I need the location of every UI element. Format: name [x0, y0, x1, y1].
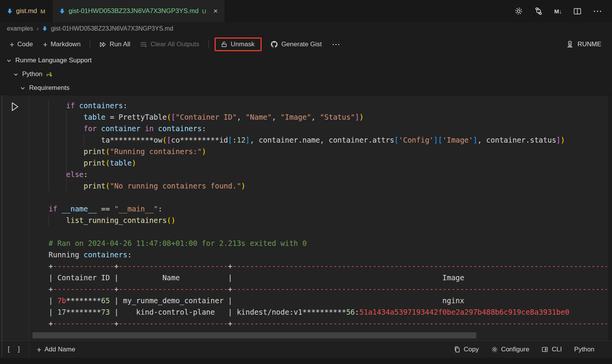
- compare-changes-icon[interactable]: [534, 7, 543, 15]
- configure-label: Configure: [501, 346, 529, 353]
- copy-label: Copy: [464, 346, 479, 353]
- code-line[interactable]: | 17********73 | kind-control-plane | ki…: [49, 306, 612, 318]
- unmask-annotation-box: Unmask: [215, 37, 262, 51]
- clear-all-outputs-icon: [140, 41, 147, 48]
- code-line[interactable]: | 7b********65 | my_runme_demo_container…: [49, 295, 612, 306]
- code-line[interactable]: [49, 192, 612, 203]
- code-line[interactable]: if __name__ == "__main__":: [49, 203, 612, 214]
- run-all-button[interactable]: Run All: [96, 39, 134, 50]
- chevron-down-icon: [13, 72, 19, 77]
- code-line[interactable]: print(table): [49, 157, 612, 169]
- outline-item-runme-language-support[interactable]: Runme Language Support: [0, 54, 612, 67]
- copy-button[interactable]: Copy: [454, 346, 479, 353]
- unmask-button[interactable]: Unmask: [219, 40, 256, 49]
- cell-gutter: [0, 95, 29, 341]
- code-lines: if containers: table = PrettyTable(["Con…: [49, 100, 612, 329]
- cli-terminal-icon: [542, 346, 549, 353]
- language-label: Python: [574, 346, 594, 353]
- tab-label: gist.md: [16, 7, 37, 15]
- more-actions-icon[interactable]: ⋯: [593, 6, 602, 16]
- configure-button[interactable]: Configure: [491, 346, 529, 353]
- code-line[interactable]: else:: [49, 169, 612, 180]
- code-editor[interactable]: if containers: table = PrettyTable(["Con…: [29, 95, 612, 341]
- code-line[interactable]: +--------------+------------------------…: [49, 283, 612, 295]
- runme-label: RUNME: [578, 41, 601, 48]
- add-name-button[interactable]: + Add Name: [37, 346, 75, 354]
- cli-label: CLI: [552, 346, 562, 353]
- language-indicator[interactable]: Python: [574, 346, 594, 353]
- code-line[interactable]: for container in containers:: [49, 123, 612, 134]
- cell-brackets-indicator[interactable]: [ ]: [0, 341, 29, 358]
- code-line[interactable]: # Ran on 2024-04-26 11:47:08+01:00 for 2…: [49, 237, 612, 249]
- outline-label: Python: [22, 70, 42, 78]
- tab-label: gist-01HWD053BZ23JN6VA7X3NGP3YS.md: [68, 7, 199, 15]
- plus-icon: +: [37, 346, 41, 354]
- code-line[interactable]: +--------------+------------------------…: [49, 318, 612, 329]
- tab-gist-01hwd[interactable]: gist-01HWD053BZ23JN6VA7X3NGP3YS.md U ×: [52, 0, 225, 22]
- run-all-label: Run All: [110, 41, 130, 48]
- markdown-file-icon: [7, 8, 13, 14]
- horizontal-scrollbar[interactable]: [33, 332, 476, 338]
- split-editor-icon[interactable]: [573, 8, 581, 15]
- notebook-cell: if containers: table = PrettyTable(["Con…: [0, 95, 612, 358]
- chevron-down-icon: [20, 85, 26, 91]
- outline-item-requirements[interactable]: Requirements: [0, 81, 612, 95]
- git-status-badge: M: [41, 8, 46, 15]
- plus-icon: +: [43, 41, 47, 49]
- settings-gear-icon[interactable]: [514, 7, 523, 15]
- tab-gist-md[interactable]: gist.md M: [0, 0, 52, 22]
- cell-body: if containers: table = PrettyTable(["Con…: [0, 95, 612, 341]
- code-line[interactable]: | Container ID | Name | Image: [49, 272, 612, 283]
- clear-all-outputs-label: Clear All Outputs: [150, 41, 199, 48]
- add-name-label: Add Name: [44, 346, 75, 353]
- add-markdown-cell-button[interactable]: + Markdown: [39, 39, 84, 50]
- document-outline: Runme Language Support Python Requiremen…: [0, 54, 612, 95]
- markdown-file-icon: [42, 26, 47, 31]
- run-all-icon: [99, 41, 107, 48]
- runme-icon: [566, 41, 574, 48]
- outline-item-python[interactable]: Python: [0, 67, 612, 81]
- add-markdown-label: Markdown: [50, 41, 80, 48]
- breadcrumb-file[interactable]: gist-01HWD053BZ23JN6VA7X3NGP3YS.md: [51, 25, 173, 32]
- markdown-preview-icon[interactable]: M↓: [554, 8, 562, 15]
- tab-bar: gist.md M gist-01HWD053BZ23JN6VA7X3NGP3Y…: [0, 0, 612, 22]
- cell-status-main: + Add Name Copy: [29, 341, 612, 358]
- markdown-file-icon: [59, 8, 65, 14]
- code-line[interactable]: Running containers:: [49, 249, 612, 260]
- indent-guide: [66, 111, 67, 192]
- generate-gist-label: Generate Gist: [281, 41, 322, 48]
- bottom-strip: [0, 358, 612, 364]
- code-line[interactable]: if containers:: [49, 100, 612, 111]
- runme-brand: RUNME: [566, 41, 606, 48]
- indent-guide: [84, 134, 84, 146]
- unmask-label: Unmask: [231, 41, 254, 48]
- add-code-cell-button[interactable]: + Code: [6, 39, 36, 50]
- more-icon: ⋯: [332, 39, 340, 49]
- code-line[interactable]: print("No running containers found."): [49, 180, 612, 192]
- vertical-scrollbar[interactable]: [607, 95, 612, 341]
- code-line[interactable]: list_running_containers(): [49, 214, 612, 226]
- plus-icon: +: [10, 41, 14, 49]
- git-status-badge: U: [202, 8, 206, 15]
- code-line[interactable]: print("Running containers:"): [49, 146, 612, 157]
- gear-icon: [491, 346, 498, 353]
- chevron-down-icon: [6, 58, 12, 63]
- breadcrumb: examples › gist-01HWD053BZ23JN6VA7X3NGP3…: [0, 22, 612, 35]
- code-line[interactable]: table = PrettyTable(["Container ID", "Na…: [49, 111, 612, 123]
- code-line[interactable]: [49, 226, 612, 237]
- cell-status-bar: [ ] + Add Name Copy: [0, 341, 612, 358]
- clear-all-outputs-button[interactable]: Clear All Outputs: [137, 39, 203, 50]
- code-line[interactable]: ta**********ow([co*********id[:12], cont…: [49, 134, 612, 146]
- toolbar-more-button[interactable]: ⋯: [328, 38, 343, 51]
- cli-button[interactable]: CLI: [542, 346, 562, 353]
- code-line[interactable]: +--------------+------------------------…: [49, 260, 612, 272]
- run-cell-button[interactable]: [10, 101, 20, 112]
- toolbar-divider: [208, 41, 209, 48]
- close-tab-icon[interactable]: ×: [213, 7, 218, 15]
- notebook-toolbar: + Code + Markdown Run All Clear All Outp…: [0, 35, 612, 54]
- generate-gist-button[interactable]: Generate Gist: [267, 39, 325, 50]
- outline-label: Requirements: [29, 84, 70, 92]
- indent-guide: [49, 100, 49, 192]
- breadcrumb-folder[interactable]: examples: [7, 25, 33, 32]
- unlock-icon: [221, 41, 228, 48]
